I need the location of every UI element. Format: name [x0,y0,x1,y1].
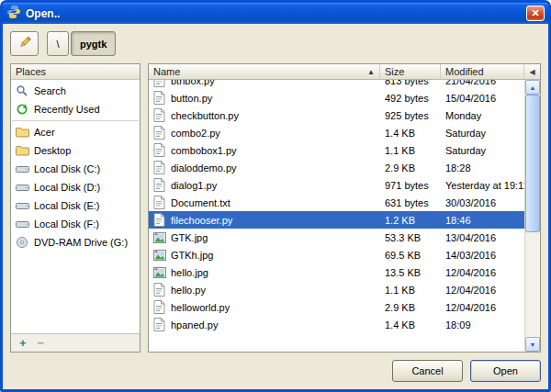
python-file-icon [152,91,166,105]
file-size: 1.1 KB [380,145,441,156]
file-modified: 18:46 [441,215,524,226]
folder-icon [15,145,29,156]
file-size: 2.9 KB [380,162,441,174]
file-name: Document.txt [171,197,231,208]
search-icon [15,84,29,97]
file-name-cell: combo2.py [149,126,380,140]
places-item-local-disk-d[interactable]: Local Disk (D:) [11,178,140,196]
scroll-down-button[interactable]: ▼ [525,337,540,352]
file-name: checkbutton.py [171,110,239,121]
places-item-recently-used[interactable]: Recently Used [11,100,140,118]
places-item-search[interactable]: Search [11,82,140,100]
python-file-icon [152,126,166,140]
places-item-label: Local Disk (F:) [34,218,99,230]
file-name: dialog1.py [171,180,217,191]
file-name-cell: button.py [149,91,380,105]
python-icon [6,5,21,23]
file-name-cell: dialog1.py [149,178,380,192]
file-size: 69.5 KB [380,250,441,261]
places-separator [12,120,139,121]
python-file-icon [152,283,166,297]
titlebar[interactable]: Open.. ✕ [3,3,548,24]
toolbar: \ pygtk [10,31,541,56]
python-file-icon [152,143,166,157]
file-row[interactable]: GTK.jpg53.3 KB13/04/2016 [149,229,524,246]
file-modified: 18:09 [441,319,524,330]
file-row[interactable]: combobox1.py1.1 KBSaturday [149,141,524,159]
places-item-local-disk-e[interactable]: Local Disk (E:) [11,196,140,215]
scroll-up-button[interactable]: ▲ [525,80,540,95]
places-panel: Places SearchRecently UsedAcerDesktopLoc… [10,63,141,353]
places-item-label: Search [34,85,66,96]
places-item-local-disk-c[interactable]: Local Disk (C:) [11,160,140,178]
recently-used-icon [15,103,29,116]
close-button[interactable]: ✕ [526,6,545,21]
python-file-icon [152,178,166,192]
file-name: hpaned.py [171,319,218,330]
file-modified: Saturday [441,145,524,156]
file-list-panel: Name ▲ Size Modified ◀ btnbox.py813 byte… [148,63,541,353]
open-button[interactable]: Open [470,360,541,382]
file-name: btnbox.py [171,80,215,86]
places-item-desktop[interactable]: Desktop [11,141,140,160]
file-name-cell: btnbox.py [149,80,380,87]
file-row[interactable]: helloworld.py2.9 KB12/04/2016 [149,298,524,316]
drive-icon [15,182,29,193]
file-row[interactable]: hpaned.py1.4 KB18:09 [149,316,524,333]
places-item-acer[interactable]: Acer [11,123,140,141]
vertical-scrollbar[interactable]: ▲ ▼ [524,80,540,352]
remove-bookmark-button[interactable]: − [38,337,45,349]
python-file-icon [152,80,166,87]
file-size: 1.4 KB [380,128,441,139]
file-row[interactable]: dialog1.py971 bytesYesterday at 19:11 [149,176,524,194]
file-size: 971 bytes [380,180,441,191]
file-row[interactable]: button.py492 bytes15/04/2016 [149,89,524,106]
file-name-cell: hello.jpg [149,267,380,278]
file-name: hello.py [171,285,206,296]
file-modified: 12/04/2016 [441,285,524,296]
cancel-button[interactable]: Cancel [392,360,463,382]
file-name-cell: hello.py [149,283,380,297]
file-row[interactable]: combo2.py1.4 KBSaturday [149,124,524,141]
left-arrow-icon: ◀ [529,68,534,76]
edit-location-button[interactable] [10,31,39,56]
file-name: combobox1.py [171,145,237,156]
file-row[interactable]: filechooser.py1.2 KB18:46 [149,211,524,229]
file-name: combo2.py [171,128,220,139]
path-current-folder-button[interactable]: pygtk [71,31,116,56]
file-name-cell: Document.txt [149,196,380,209]
folder-icon [15,127,29,138]
scroll-track[interactable] [525,95,540,337]
python-file-icon [152,108,166,122]
file-chooser-dialog: Open.. ✕ \ pygtk [0,0,551,392]
file-row[interactable]: hello.py1.1 KB12/04/2016 [149,281,524,298]
file-row[interactable]: checkbutton.py925 bytesMonday [149,106,524,124]
column-header-size[interactable]: Size [380,64,441,80]
column-overflow-button[interactable]: ◀ [524,64,540,80]
add-bookmark-button[interactable]: + [19,337,27,349]
places-item-dvd-ram-drive-g[interactable]: DVD-RAM Drive (G:) [11,233,140,252]
column-header-name[interactable]: Name ▲ [149,64,380,80]
places-item-label: DVD-RAM Drive (G:) [34,237,128,248]
file-modified: 21/04/2016 [441,80,524,86]
file-size: 492 bytes [380,93,441,104]
file-row[interactable]: dialoddemo.py2.9 KB18:28 [149,159,524,176]
file-name-cell: filechooser.py [149,213,380,227]
path-root-button[interactable]: \ [47,31,69,56]
file-name: button.py [171,93,212,104]
text-file-icon [152,196,166,209]
file-name: GTK.jpg [171,232,208,243]
file-modified: 13/04/2016 [441,232,524,243]
file-row[interactable]: GTKh.jpg69.5 KB14/03/2016 [149,246,524,263]
file-row[interactable]: Document.txt631 bytes30/03/2016 [149,194,524,211]
sort-ascending-icon: ▲ [367,68,375,76]
column-header-modified[interactable]: Modified [441,64,524,80]
places-item-local-disk-f[interactable]: Local Disk (F:) [11,215,140,233]
drive-icon [15,218,29,230]
file-row[interactable]: hello.jpg13.5 KB12/04/2016 [149,263,524,281]
file-row[interactable]: btnbox.py813 bytes21/04/2016 [149,80,524,89]
python-file-icon [152,213,166,227]
file-name-cell: hpaned.py [149,318,380,331]
image-file-icon [152,250,166,261]
scroll-thumb[interactable] [525,95,540,232]
